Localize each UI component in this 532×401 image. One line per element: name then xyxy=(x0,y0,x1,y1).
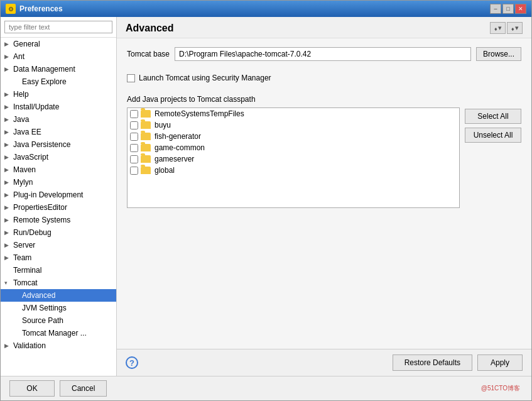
list-item[interactable]: gameserver xyxy=(128,153,459,165)
sidebar-item-data-management[interactable]: ▶Data Management xyxy=(1,63,116,75)
sidebar-item-remote-systems[interactable]: ▶Remote Systems xyxy=(1,214,116,226)
folder-icon xyxy=(141,110,151,118)
sidebar-item-maven[interactable]: ▶Maven xyxy=(1,163,116,176)
list-item[interactable]: global xyxy=(128,165,459,176)
nav-back-button[interactable]: ⬧ ▾ xyxy=(490,22,506,34)
sidebar-item-java[interactable]: ▶Java xyxy=(1,113,116,126)
forward-dropdown-icon: ▾ xyxy=(515,24,519,32)
classpath-section: Add Java projects to Tomcat classpath Re… xyxy=(127,95,521,340)
list-item[interactable]: buyu xyxy=(128,119,459,131)
sidebar-item-jvm-settings[interactable]: JVM Settings xyxy=(1,302,116,314)
tree-arrow-icon: ▶ xyxy=(4,129,12,135)
folder-icon xyxy=(141,121,151,129)
sidebar-item-plugin-development[interactable]: ▶Plug-in Development xyxy=(1,189,116,201)
sidebar-item-general[interactable]: ▶General xyxy=(1,38,116,50)
cancel-button[interactable]: Cancel xyxy=(60,380,107,397)
sidebar-item-team[interactable]: ▶Team xyxy=(1,251,116,264)
select-all-button[interactable]: Select All xyxy=(465,109,521,124)
sidebar-item-server[interactable]: ▶Server xyxy=(1,239,116,251)
maximize-button[interactable]: □ xyxy=(502,4,514,14)
classpath-item-label: RemoteSystemsTempFiles xyxy=(155,109,244,118)
window-icon: ⚙ xyxy=(6,4,16,14)
classpath-item-checkbox[interactable] xyxy=(130,155,138,163)
title-bar-left: ⚙ Preferences xyxy=(6,4,63,14)
sidebar-item-run-debug[interactable]: ▶Run/Debug xyxy=(1,226,116,239)
apply-button[interactable]: Apply xyxy=(477,354,523,371)
sidebar-item-javascript[interactable]: ▶JavaScript xyxy=(1,151,116,163)
main-content: ▶General▶Ant▶Data ManagementEasy Explore… xyxy=(1,17,531,376)
sidebar-item-label: Validation xyxy=(13,341,46,350)
sidebar-item-label: Java Persistence xyxy=(13,140,70,149)
tree-arrow-icon: ▶ xyxy=(4,66,12,72)
sidebar-item-tomcat-manager[interactable]: Tomcat Manager ... xyxy=(1,327,116,339)
tree-arrow-icon: ▶ xyxy=(4,343,12,349)
launch-tomcat-checkbox[interactable] xyxy=(127,74,135,82)
tomcat-base-input[interactable] xyxy=(175,47,471,61)
sidebar-item-properties-editor[interactable]: ▶PropertiesEditor xyxy=(1,201,116,214)
classpath-item-checkbox[interactable] xyxy=(130,110,138,118)
bottom-right: Restore Defaults Apply xyxy=(393,354,523,371)
launch-tomcat-label: Launch Tomcat using Security Manager xyxy=(139,74,271,82)
unselect-all-button[interactable]: Unselect All xyxy=(465,128,521,143)
classpath-content: RemoteSystemsTempFilesbuyufish-generator… xyxy=(127,107,521,208)
nav-arrows: ⬧ ▾ ⬧ ▾ xyxy=(490,22,523,34)
help-button[interactable]: ? xyxy=(126,356,138,369)
sidebar-item-help[interactable]: ▶Help xyxy=(1,88,116,101)
classpath-item-checkbox[interactable] xyxy=(130,144,138,152)
sidebar-item-label: Data Management xyxy=(13,65,75,74)
sidebar-item-java-persistence[interactable]: ▶Java Persistence xyxy=(1,138,116,151)
sidebar-item-label: Server xyxy=(13,241,35,250)
sidebar-item-label: JavaScript xyxy=(13,153,48,162)
bottom-left: ? xyxy=(126,356,138,369)
classpath-item-label: fish-generator xyxy=(155,132,201,141)
ok-button[interactable]: OK xyxy=(9,380,55,397)
list-item[interactable]: RemoteSystemsTempFiles xyxy=(128,108,459,119)
sidebar-item-install-update[interactable]: ▶Install/Update xyxy=(1,101,116,113)
sidebar-item-easy-explore[interactable]: Easy Explore xyxy=(1,75,116,88)
tomcat-base-label: Tomcat base xyxy=(127,50,170,58)
nav-forward-button[interactable]: ⬧ ▾ xyxy=(507,22,523,34)
sidebar-item-label: Team xyxy=(13,253,31,262)
list-item[interactable]: fish-generator xyxy=(128,131,459,142)
list-item[interactable]: game-common xyxy=(128,142,459,153)
classpath-item-checkbox[interactable] xyxy=(130,167,138,175)
classpath-section-label: Add Java projects to Tomcat classpath xyxy=(127,95,521,104)
sidebar-item-terminal[interactable]: Terminal xyxy=(1,264,116,277)
sidebar-item-validation[interactable]: ▶Validation xyxy=(1,339,116,352)
sidebar-item-label: Advanced xyxy=(22,291,55,300)
tree-arrow-icon: ▶ xyxy=(4,141,12,148)
classpath-item-checkbox[interactable] xyxy=(130,133,138,141)
sidebar-item-label: Easy Explore xyxy=(22,77,67,86)
search-box xyxy=(1,17,116,38)
sidebar-item-label: Tomcat xyxy=(13,278,38,287)
sidebar-item-source-path[interactable]: Source Path xyxy=(1,314,116,327)
minimize-button[interactable]: – xyxy=(490,4,501,14)
classpath-item-checkbox[interactable] xyxy=(130,121,138,129)
sidebar-item-tomcat[interactable]: ▾Tomcat xyxy=(1,277,116,289)
sidebar-item-ant[interactable]: ▶Ant xyxy=(1,50,116,63)
restore-defaults-button[interactable]: Restore Defaults xyxy=(393,354,472,371)
sidebar-item-label: JVM Settings xyxy=(22,304,67,312)
classpath-list-container[interactable]: RemoteSystemsTempFilesbuyufish-generator… xyxy=(127,107,460,208)
close-button[interactable]: ✕ xyxy=(515,4,526,14)
search-input[interactable] xyxy=(4,21,112,33)
title-controls: – □ ✕ xyxy=(490,4,526,14)
sidebar-item-label: Plug-in Development xyxy=(13,190,83,199)
sidebar-item-label: Run/Debug xyxy=(13,228,52,237)
sidebar-item-label: Help xyxy=(13,90,29,99)
tree-arrow-icon: ▶ xyxy=(4,217,12,223)
sidebar-item-mylyn[interactable]: ▶Mylyn xyxy=(1,176,116,189)
folder-icon xyxy=(141,133,151,140)
tree-container[interactable]: ▶General▶Ant▶Data ManagementEasy Explore… xyxy=(1,38,116,376)
sidebar-item-label: Mylyn xyxy=(13,178,33,187)
sidebar-item-label: Source Path xyxy=(22,316,63,325)
tree-arrow-icon: ▶ xyxy=(4,167,12,173)
folder-icon xyxy=(141,144,151,151)
footer-buttons: OK Cancel xyxy=(9,380,107,397)
back-arrow-icon: ⬧ xyxy=(494,25,498,32)
browse-button[interactable]: Browse... xyxy=(476,47,521,61)
sidebar-item-advanced[interactable]: Advanced xyxy=(1,289,116,302)
sidebar-item-java-ee[interactable]: ▶Java EE xyxy=(1,126,116,138)
classpath-item-label: game-common xyxy=(155,143,205,152)
folder-icon xyxy=(141,167,151,174)
